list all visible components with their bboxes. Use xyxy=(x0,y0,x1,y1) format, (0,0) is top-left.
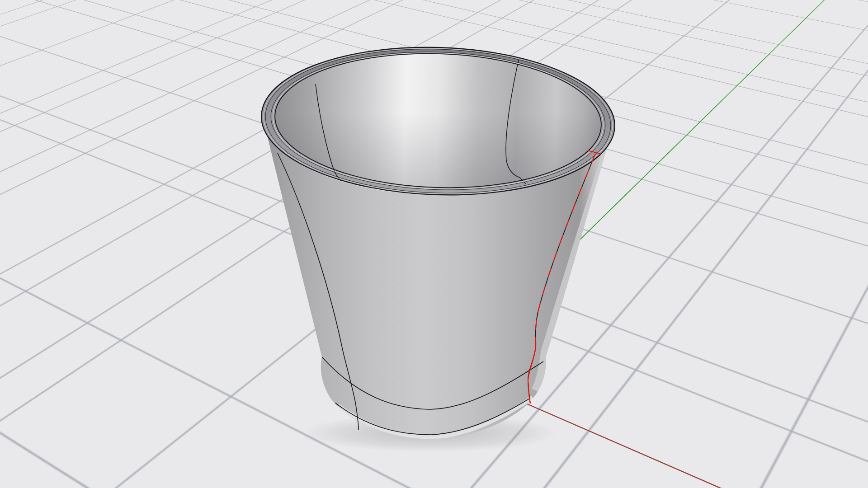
viewport[interactable] xyxy=(0,0,868,488)
cup-model[interactable] xyxy=(0,0,868,488)
